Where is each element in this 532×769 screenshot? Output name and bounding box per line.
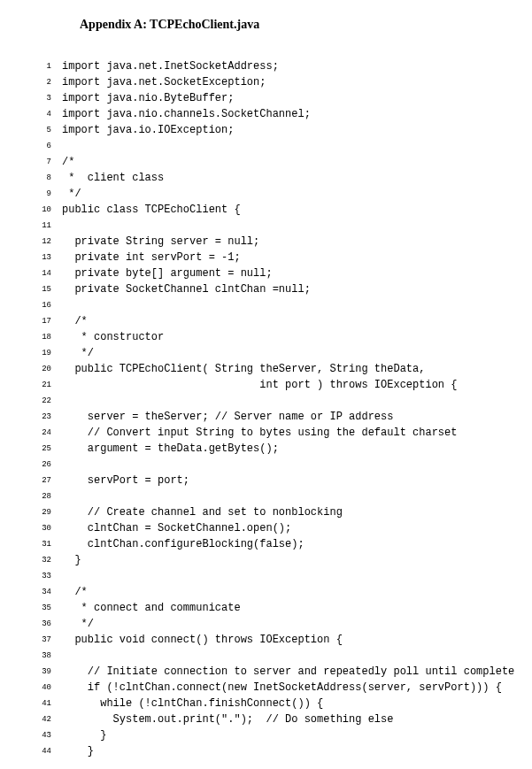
code-line: 14 private byte[] argument = null;	[27, 265, 505, 281]
code-line: 39 // Initiate connection to server and …	[27, 664, 505, 680]
line-text: */	[62, 186, 505, 202]
line-text: servPort = port;	[62, 473, 505, 488]
line-text	[62, 393, 505, 409]
line-number: 37	[27, 632, 62, 648]
code-line: 2import java.net.SocketException;	[27, 74, 505, 90]
line-number: 23	[27, 409, 62, 425]
appendix-title: Appendix A: TCPEchoClient.java	[80, 18, 505, 32]
line-number: 38	[27, 648, 62, 664]
line-text: clntChan = SocketChannel.open();	[62, 520, 505, 536]
line-text: if (!clntChan.connect(new InetSocketAddr…	[62, 680, 505, 696]
line-text: }	[62, 727, 505, 743]
code-line: 12 private String server = null;	[27, 234, 505, 250]
line-text: while (!clntChan.finishConnect()) {	[62, 696, 505, 711]
line-number: 1	[27, 58, 62, 74]
code-line: 5import java.io.IOException;	[27, 122, 505, 138]
line-text: import java.nio.channels.SocketChannel;	[62, 106, 505, 122]
line-text: */	[62, 345, 505, 361]
code-line: 28	[27, 488, 505, 504]
line-number: 17	[27, 313, 62, 329]
line-text: clntChan.configureBlocking(false);	[62, 536, 505, 552]
line-text: int port ) throws IOException {	[62, 377, 505, 393]
line-number: 16	[27, 297, 62, 313]
code-line: 24 // Convert input String to bytes usin…	[27, 425, 505, 441]
code-line: 31 clntChan.configureBlocking(false);	[27, 536, 505, 552]
line-text	[62, 568, 505, 584]
code-line: 6	[27, 138, 505, 154]
line-number: 7	[27, 154, 62, 170]
code-line: 27 servPort = port;	[27, 473, 505, 488]
code-line: 37 public void connect() throws IOExcept…	[27, 632, 505, 648]
code-block: 1import java.net.InetSocketAddress;2impo…	[27, 58, 505, 759]
line-text	[62, 488, 505, 504]
code-line: 10public class TCPEchoClient {	[27, 202, 505, 218]
code-line: 26	[27, 457, 505, 473]
code-line: 20 public TCPEchoClient( String theServe…	[27, 361, 505, 377]
line-text: server = theServer; // Server name or IP…	[62, 409, 505, 425]
line-text	[62, 138, 505, 154]
code-line: 4import java.nio.channels.SocketChannel;	[27, 106, 505, 122]
code-line: 18 * constructor	[27, 329, 505, 345]
code-line: 40 if (!clntChan.connect(new InetSocketA…	[27, 680, 505, 696]
line-number: 24	[27, 425, 62, 441]
line-text	[62, 297, 505, 313]
line-number: 33	[27, 568, 62, 584]
code-line: 33	[27, 568, 505, 584]
code-line: 41 while (!clntChan.finishConnect()) {	[27, 696, 505, 711]
line-number: 8	[27, 170, 62, 186]
code-line: 7/*	[27, 154, 505, 170]
code-line: 25 argument = theData.getBytes();	[27, 441, 505, 457]
line-number: 2	[27, 74, 62, 90]
code-line: 11	[27, 218, 505, 234]
line-number: 29	[27, 504, 62, 520]
line-number: 26	[27, 457, 62, 473]
line-text: import java.net.SocketException;	[62, 74, 505, 90]
line-number: 18	[27, 329, 62, 345]
code-line: 23 server = theServer; // Server name or…	[27, 409, 505, 425]
code-line: 30 clntChan = SocketChannel.open();	[27, 520, 505, 536]
line-number: 4	[27, 106, 62, 122]
line-number: 20	[27, 361, 62, 377]
line-number: 35	[27, 600, 62, 616]
code-line: 15 private SocketChannel clntChan =null;	[27, 281, 505, 297]
line-number: 28	[27, 488, 62, 504]
line-text: private byte[] argument = null;	[62, 265, 505, 281]
line-number: 11	[27, 218, 62, 234]
line-text: private String server = null;	[62, 234, 505, 250]
line-number: 5	[27, 122, 62, 138]
line-number: 34	[27, 584, 62, 600]
line-text: /*	[62, 154, 505, 170]
line-number: 30	[27, 520, 62, 536]
line-number: 6	[27, 138, 62, 154]
line-text: private SocketChannel clntChan =null;	[62, 281, 505, 297]
code-line: 17 /*	[27, 313, 505, 329]
line-text: * connect and communicate	[62, 600, 505, 616]
code-line: 44 }	[27, 743, 505, 759]
line-number: 21	[27, 377, 62, 393]
code-line: 13 private int servPort = -1;	[27, 250, 505, 265]
line-number: 13	[27, 250, 62, 265]
code-line: 1import java.net.InetSocketAddress;	[27, 58, 505, 74]
code-line: 21 int port ) throws IOException {	[27, 377, 505, 393]
line-text: public TCPEchoClient( String theServer, …	[62, 361, 505, 377]
line-text: private int servPort = -1;	[62, 250, 505, 265]
code-line: 34 /*	[27, 584, 505, 600]
code-line: 22	[27, 393, 505, 409]
line-number: 3	[27, 90, 62, 106]
line-text: * client class	[62, 170, 505, 186]
line-number: 40	[27, 680, 62, 696]
line-number: 43	[27, 727, 62, 743]
code-line: 32 }	[27, 552, 505, 568]
line-text: /*	[62, 584, 505, 600]
line-number: 15	[27, 281, 62, 297]
code-line: 42 System.out.print("."); // Do somethin…	[27, 711, 505, 727]
line-text	[62, 648, 505, 664]
code-line: 19 */	[27, 345, 505, 361]
line-number: 22	[27, 393, 62, 409]
line-text: /*	[62, 313, 505, 329]
line-number: 10	[27, 202, 62, 218]
code-line: 29 // Create channel and set to nonblock…	[27, 504, 505, 520]
line-number: 25	[27, 441, 62, 457]
line-text: public void connect() throws IOException…	[62, 632, 505, 648]
line-number: 41	[27, 696, 62, 711]
